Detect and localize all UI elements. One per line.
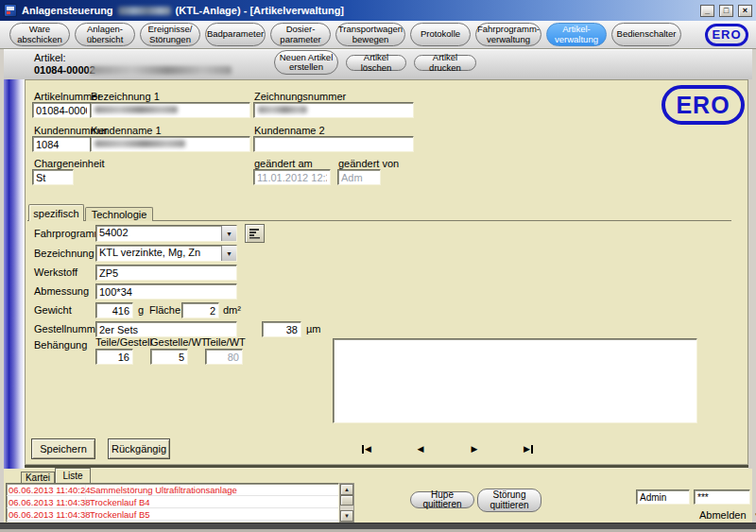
log-row[interactable]: 06.06.2013 11:04:38 Trockenlauf B4 (7, 496, 338, 508)
log-row[interactable]: 06.06.2013 11:40:24 Sammelstörung Ultraf… (7, 484, 338, 496)
chargeneinheit-field[interactable] (32, 169, 74, 185)
password-field[interactable] (694, 489, 750, 505)
gewicht-label: Gewicht (34, 304, 72, 316)
record-last-button[interactable]: ▶ (519, 442, 538, 455)
artikelnummer-field[interactable] (32, 102, 91, 118)
username-field[interactable] (636, 489, 690, 505)
log-time: 06.06.2013 11:40:24 (7, 485, 86, 495)
save-button[interactable]: Speichern (31, 438, 95, 459)
flaeche-label: Fläche (149, 304, 180, 316)
toolbar-anlagenuebersicht[interactable]: Anlagen- übersicht (75, 23, 135, 46)
title-context: (KTL-Anlage) - [Artikelverwaltung] (176, 5, 344, 16)
tab-spezifisch[interactable]: spezifisch (28, 204, 84, 221)
gewicht-unit-label: g (138, 304, 144, 316)
tab-liste[interactable]: Liste (55, 468, 91, 483)
abmessung-label: Abmessung (34, 285, 89, 297)
toolbar-ware-abschicken[interactable]: Ware abschicken (9, 23, 70, 46)
title-app-name: Anlagensteuerung (22, 5, 113, 16)
record-prev-button[interactable]: ◀ (411, 442, 430, 455)
redacted-company-name (118, 7, 171, 15)
bezeichnung-select[interactable]: KTL verzinkte, Mg, Zn ▼ (95, 245, 237, 262)
program-steps-button[interactable] (245, 224, 265, 243)
log-row[interactable]: 06.06.2013 11:04:38 Trockenlauf B5 (7, 508, 338, 521)
print-article-button[interactable]: Artikel drucken (414, 55, 476, 71)
last-bar-icon (531, 445, 533, 454)
logout-label: Abmelden (699, 509, 747, 521)
schichtdicke-field[interactable] (262, 321, 301, 337)
fahrprogramm-value: 54002 (96, 226, 221, 241)
log-message: Trockenlauf B4 (86, 497, 150, 507)
flaeche-unit-label: dm² (223, 304, 241, 316)
logout-dropdown[interactable]: Abmelden ▼ (699, 509, 756, 521)
ero-logo-large: ERO (662, 85, 745, 125)
toolbar-ereignisse-stoerungen[interactable]: Ereignisse/ Störungen (140, 23, 200, 46)
scroll-up-icon: ▲ (344, 487, 350, 492)
scrollbar-thumb[interactable] (340, 495, 353, 506)
tab-technologie[interactable]: Technologie (85, 207, 153, 221)
undo-button[interactable]: Rückgängig (108, 438, 170, 459)
scroll-down-icon: ▼ (344, 513, 350, 519)
fahrprogramm-select[interactable]: 54002 ▼ (95, 225, 237, 242)
bar-list-icon (249, 228, 261, 240)
bezeichnung1-label: Bezeichnung 1 (91, 91, 160, 102)
nav-next-icon: ▶ (524, 444, 530, 454)
chevron-down-icon[interactable]: ▼ (221, 226, 236, 241)
new-article-button[interactable]: Neuen Artikel erstellen (274, 50, 338, 75)
geaendert-von-label: geändert von (338, 158, 399, 169)
delete-article-button[interactable]: Artikel löschen (346, 55, 406, 71)
main-toolbar: Ware abschicken Anlagen- übersicht Ereig… (0, 21, 756, 49)
scroll-down-button[interactable]: ▼ (340, 510, 353, 522)
behaengung-label: Behängung (34, 339, 87, 351)
log-time: 06.06.2013 11:04:38 (7, 497, 86, 507)
abmessung-field[interactable] (95, 283, 237, 300)
horn-acknowledge-button[interactable]: Hupe quittieren (410, 491, 474, 508)
kundenname2-field[interactable] (253, 136, 414, 152)
toolbar-dosierparameter[interactable]: Dosier- parameter (270, 23, 331, 46)
app-icon (4, 4, 17, 17)
record-first-button[interactable]: ◀ (357, 442, 376, 455)
toolbar-bedienschalter[interactable]: Bedienschalter (611, 23, 681, 46)
werkstoff-label: Werkstoff (34, 266, 77, 278)
nav-prev-icon: ◀ (418, 444, 424, 454)
toolbar-transportwagen-bewegen[interactable]: Transportwagen bewegen (335, 23, 405, 46)
scroll-up-button[interactable]: ▲ (340, 484, 353, 495)
gestelle-wt-field[interactable] (150, 349, 188, 365)
flaeche-field[interactable] (181, 302, 219, 318)
fault-acknowledge-button[interactable]: Störung quittieren (477, 489, 541, 512)
redacted-zeichnungsnummer (258, 106, 307, 113)
notes-textarea[interactable] (333, 338, 697, 423)
gestellnummer-field[interactable] (95, 321, 237, 337)
toolbar-artikelverwaltung-active[interactable]: Artikel- verwaltung (546, 23, 607, 46)
minimize-button[interactable]: _ (700, 5, 714, 17)
first-bar-icon (362, 445, 364, 454)
gestelle-wt-label: Gestelle/WT (150, 336, 208, 348)
chevron-down-icon[interactable]: ▼ (221, 246, 236, 261)
geaendert-von-field (337, 169, 381, 185)
window-bottom-bar (0, 523, 756, 529)
kundennummer-field[interactable] (32, 136, 91, 152)
maximize-button[interactable]: □ (719, 5, 733, 17)
nav-next-icon: ▶ (472, 444, 478, 454)
kundenname2-label: Kundenname 2 (254, 125, 325, 136)
werkstoff-field[interactable] (95, 265, 237, 281)
geaendert-am-label: geändert am (254, 158, 313, 169)
toolbar-fahrprogrammverwaltung[interactable]: Fahrprogramm- verwaltung (475, 23, 541, 46)
gewicht-field[interactable] (95, 302, 133, 318)
fahrprogramm-label: Fahrprogramm (34, 228, 103, 239)
redacted-article-name (90, 66, 232, 75)
close-button[interactable]: × (738, 5, 752, 17)
toolbar-protokolle[interactable]: Protokolle (410, 23, 471, 46)
ero-logo-icon: ERO (705, 24, 748, 46)
log-scrollbar[interactable]: ▲ ▼ (339, 483, 354, 523)
zeichnungsnummer-label: Zeichnungsnummer (254, 91, 346, 102)
log-message: Sammelstörung Ultrafiltrationsanlage (86, 485, 237, 495)
record-next-button[interactable]: ▶ (465, 442, 484, 455)
redacted-bezeichnung1 (94, 106, 178, 113)
teile-gestell-field[interactable] (95, 349, 133, 365)
schichtdicke-unit-label: µm (306, 323, 321, 335)
title-bar: Anlagensteuerung (KTL-Anlage) - [Artikel… (0, 0, 756, 21)
geaendert-am-field (253, 169, 331, 185)
toolbar-badparameter[interactable]: Badparameter (205, 23, 266, 46)
tab-kartei[interactable]: Kartei (21, 472, 55, 483)
article-label: Artikel: (34, 52, 66, 63)
